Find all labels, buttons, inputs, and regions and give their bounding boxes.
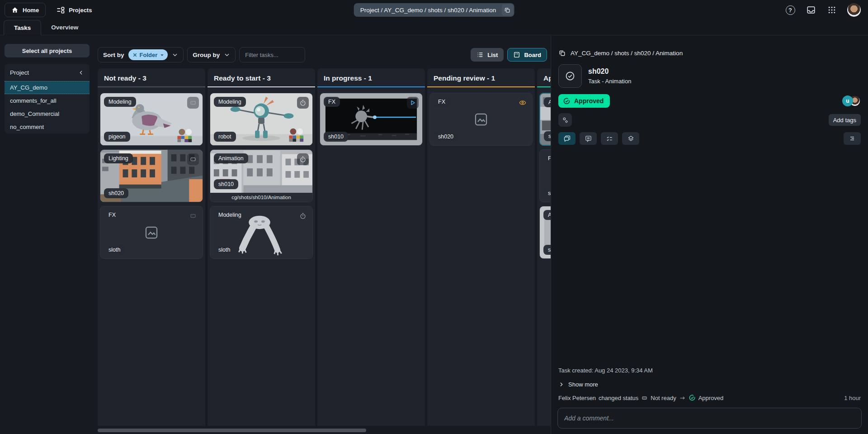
select-all-projects-button[interactable]: Select all projects (5, 44, 90, 57)
task-card-sloth-fx[interactable]: FX sloth (100, 206, 203, 259)
task-type-tag: Animation (214, 153, 248, 163)
filter-tasks-input[interactable] (239, 47, 305, 62)
help-button[interactable]: ? (785, 5, 796, 15)
chevron-right-icon (558, 382, 564, 387)
status-ready-clock-icon (297, 210, 309, 222)
task-card-sloth-fx-approved[interactable]: FX sloth (539, 149, 551, 202)
task-card-sloth-modeling[interactable]: Modeling sloth (210, 206, 313, 259)
home-label: Home (23, 7, 39, 14)
status-not-ready-icon (187, 210, 199, 222)
task-folder-label: sloth (543, 188, 551, 198)
task-type-tag: Lighting (104, 153, 133, 163)
scrollbar-thumb[interactable] (98, 429, 366, 432)
project-list-panel: Project AY_CG_demo comments_for_all demo… (5, 64, 90, 134)
activity-timestamp: 1 hour (844, 395, 861, 401)
chat-bubble-icon (563, 135, 571, 143)
layers-icon (627, 135, 635, 143)
task-card-sh020-animation-selected[interactable]: Animation sh020 (539, 93, 551, 146)
breadcrumb-text: Project / AY_CG_demo / shots / sh020 / A… (355, 5, 502, 15)
board-column-pending-review: Pending review - 1 FX sh020 (427, 68, 535, 426)
task-card-sloth-animation-approved[interactable]: Animation sloth (539, 206, 551, 259)
task-type-tag: FX (543, 153, 551, 163)
task-card-sh010-fx[interactable]: FX sh010 (320, 93, 423, 146)
add-tags-button[interactable]: Add tags (829, 114, 861, 126)
inbox-button[interactable] (806, 5, 816, 15)
sidebar-item-project[interactable]: comments_for_all (5, 94, 90, 107)
collapse-sidebar-icon[interactable] (78, 70, 84, 76)
tags-row: Add tags (558, 113, 861, 127)
projects-button[interactable]: Projects (52, 3, 96, 17)
task-thumbnail[interactable] (558, 64, 582, 88)
task-card-robot-modeling[interactable]: Modeling robot (210, 93, 313, 146)
sidebar-item-project[interactable]: demo_Commercial (5, 107, 90, 120)
copy-icon[interactable] (501, 4, 513, 16)
user-avatar[interactable] (847, 3, 861, 17)
sort-chip-folder[interactable]: Folder (128, 49, 168, 60)
board-view-button[interactable]: Board (507, 48, 547, 62)
gears-icon (561, 116, 569, 124)
list-view-button[interactable]: List (471, 48, 504, 62)
column-header[interactable]: Not ready - 3 (98, 68, 205, 87)
task-type-tag: Animation (543, 210, 551, 220)
tab-overview[interactable]: Overview (41, 19, 88, 35)
board-column-in-progress: In progress - 1 (317, 68, 425, 426)
task-folder-label: sh010 (214, 179, 238, 189)
task-folder-label: sloth (214, 245, 235, 255)
status-approved-icon (689, 394, 696, 401)
activity-user: Felix Petersen (558, 395, 596, 401)
show-more-label: Show more (568, 381, 598, 388)
status-badge[interactable]: Approved (558, 94, 610, 108)
sort-by-group[interactable]: Sort by Folder (98, 47, 184, 62)
sidebar-item-project[interactable]: no_comment (5, 120, 90, 134)
detail-header: sh020 Task - Animation (558, 64, 861, 88)
tab-comments[interactable] (558, 132, 576, 145)
task-folder-label: sh010 (324, 132, 348, 142)
detail-tabs (558, 132, 861, 145)
column-header[interactable]: Pending review - 1 (427, 68, 535, 87)
task-card-sh020-lighting[interactable]: Lighting sh020 (100, 149, 203, 202)
task-type-tag: Modeling (214, 210, 246, 220)
comment-input[interactable] (557, 408, 862, 429)
status-not-ready-icon (641, 395, 648, 401)
task-card-sh010-animation[interactable]: Animation sh010 cg/shots/sh010/Animation (210, 149, 313, 202)
task-card-sh020-fx[interactable]: FX sh020 (429, 93, 533, 146)
chevron-down-icon (160, 52, 165, 57)
arrow-right-icon (679, 395, 686, 401)
home-button[interactable]: Home (5, 3, 46, 17)
copy-icon[interactable] (558, 49, 566, 57)
task-card-pigeon-modeling[interactable]: Modeling pigeon (100, 93, 203, 146)
sidebar-item-project[interactable]: AY_CG_demo (5, 81, 90, 94)
task-created-line: Task created: Aug 24 2023, 9:34 AM (558, 367, 861, 374)
checklist-icon (606, 135, 613, 143)
assignee-avatars[interactable]: u (842, 95, 861, 107)
column-header[interactable]: In progress - 1 (317, 68, 425, 87)
close-icon (132, 52, 137, 57)
detail-breadcrumb: AY_CG_demo / shots / sh020 / Animation (558, 49, 861, 57)
activity-from-status: Not ready (651, 395, 676, 401)
tab-notes[interactable] (580, 132, 597, 145)
horizontal-scrollbar[interactable] (98, 429, 547, 432)
feed-filter-button[interactable] (844, 132, 861, 145)
column-header[interactable]: Approved (537, 68, 551, 87)
task-type-tag: Modeling (104, 97, 136, 107)
tab-tasks[interactable]: Tasks (4, 20, 41, 35)
automations-button[interactable] (558, 113, 572, 127)
activity-to-status: Approved (698, 395, 724, 401)
breadcrumb[interactable]: Project / AY_CG_demo / shots / sh020 / A… (354, 3, 514, 17)
task-folder-label: sloth (104, 245, 125, 255)
tab-checklist[interactable] (601, 132, 618, 145)
apps-grid-button[interactable] (826, 5, 837, 15)
group-by-dropdown[interactable]: Group by (187, 47, 236, 62)
tab-versions[interactable] (622, 132, 639, 145)
sidebar: Select all projects Project AY_CG_demo c… (0, 36, 94, 434)
column-header[interactable]: Ready to start - 3 (208, 68, 315, 87)
check-circle-icon (563, 97, 571, 105)
sort-dropdown-chevron-icon[interactable] (172, 52, 178, 58)
board-column-approved: Approved Animation (537, 68, 551, 426)
task-detail-panel: AY_CG_demo / shots / sh020 / Animation s… (551, 36, 868, 434)
show-more-toggle[interactable]: Show more (558, 377, 861, 392)
board-column-not-ready: Not ready - 3 (98, 68, 205, 426)
projects-icon (57, 6, 65, 14)
content: Select all projects Project AY_CG_demo c… (0, 36, 868, 434)
project-header-label: Project (10, 69, 29, 76)
